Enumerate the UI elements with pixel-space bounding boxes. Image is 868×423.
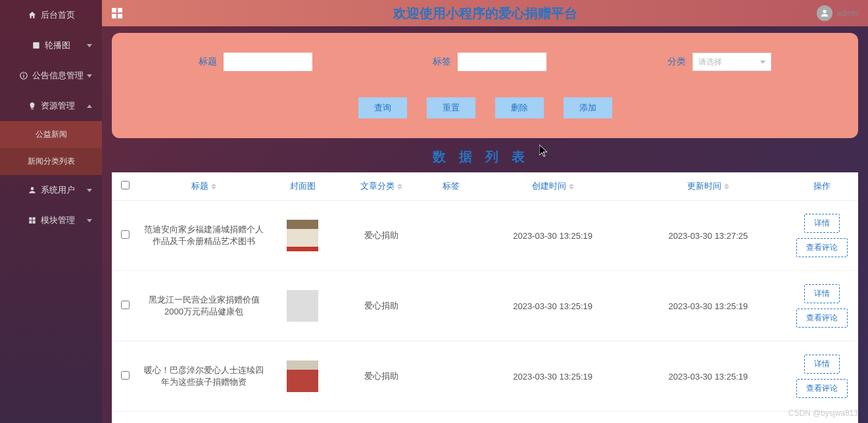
th-category[interactable]: 文章分类 [360, 181, 395, 191]
sidebar-item-users[interactable]: 系统用户 [0, 175, 102, 205]
sidebar-item-label: 资源管理 [41, 100, 75, 112]
cell-category: 爱心捐助 [335, 271, 427, 341]
search-input-title[interactable] [224, 53, 312, 71]
sort-icon[interactable] [397, 184, 402, 189]
sidebar-item-label: 后台首页 [41, 9, 75, 21]
sidebar-item-resource[interactable]: 资源管理 [0, 91, 102, 121]
row-checkbox[interactable] [121, 230, 130, 239]
info-icon [19, 71, 28, 80]
table-row: 黑龙江一民营企业家捐赠价值2000万元药品健康包 爱心捐助 2023-03-30… [112, 271, 858, 341]
topbar: 欢迎使用小程序的爱心捐赠平台 admin [102, 0, 868, 26]
cell-title [138, 412, 270, 424]
sidebar-item-carousel[interactable]: 轮播图 [0, 30, 102, 61]
sidebar-item-notice[interactable]: 公告信息管理 [0, 61, 102, 91]
th-created[interactable]: 创建时间 [532, 181, 566, 191]
th-op: 操作 [813, 181, 831, 191]
table-title: 数据列表 [112, 148, 858, 166]
select-all-checkbox[interactable] [121, 181, 130, 189]
sidebar-subitem-label: 公益新闻 [36, 130, 67, 139]
query-button[interactable]: 查询 [358, 97, 407, 118]
sidebar-item-home[interactable]: 后台首页 [0, 0, 102, 30]
cell-title: 暖心！巴彦淖尔爱心人士连续四年为这些孩子捐赠物资 [138, 341, 270, 412]
username: admin [836, 9, 858, 18]
main-area: 欢迎使用小程序的爱心捐赠平台 admin 标题 标签 分类 请选择 [102, 0, 868, 423]
user-area[interactable]: admin [817, 5, 858, 21]
data-table: 标题 封面图 文章分类 标签 创建时间 更新时间 操作 范迪安向家乡福建浦城捐赠… [112, 172, 858, 423]
table-row: 范迪安向家乡福建浦城捐赠个人作品及千余册精品艺术图书 爱心捐助 2023-03-… [112, 201, 858, 271]
cell-updated: 2023-03-30 13:27:25 [631, 201, 786, 271]
sidebar-item-label: 轮播图 [45, 39, 70, 51]
add-button[interactable]: 添加 [564, 97, 612, 118]
cell-created: 2023-03-30 13:25:19 [475, 201, 631, 271]
search-label-category: 分类 [667, 56, 686, 68]
cell-tag [427, 201, 475, 271]
cell-tag [427, 341, 475, 412]
sort-icon[interactable] [569, 184, 574, 189]
search-label-title: 标题 [199, 56, 217, 68]
cover-thumbnail [287, 290, 318, 322]
sort-icon[interactable] [724, 184, 729, 189]
detail-button[interactable]: 详情 [804, 355, 840, 374]
content: 标题 标签 分类 请选择 查询 重置 删除 添加 数据列表 [102, 26, 868, 423]
sidebar: 后台首页 轮播图 公告信息管理 资源管理 公益新闻 新闻分类列表 系统用户 模块… [0, 0, 102, 423]
search-input-tag[interactable] [458, 53, 546, 71]
search-select-category[interactable]: 请选择 [692, 53, 771, 71]
cell-created: 2023-03-30 13:25:19 [475, 341, 631, 412]
th-updated[interactable]: 更新时间 [687, 181, 721, 191]
cell-category: 爱心捐助 [335, 201, 427, 271]
sort-icon[interactable] [211, 184, 216, 189]
row-checkbox[interactable] [121, 301, 130, 309]
home-icon [28, 11, 37, 20]
page-title: 欢迎使用小程序的爱心捐赠平台 [393, 5, 577, 22]
cell-title: 范迪安向家乡福建浦城捐赠个人作品及千余册精品艺术图书 [138, 201, 270, 271]
svg-point-1 [30, 187, 34, 190]
cover-thumbnail [287, 361, 318, 392]
avatar [817, 5, 832, 21]
cell-title: 黑龙江一民营企业家捐赠价值2000万元药品健康包 [138, 271, 270, 341]
sidebar-item-label: 公告信息管理 [32, 70, 84, 82]
comments-button[interactable]: 查看评论 [796, 309, 848, 328]
th-cover: 封面图 [290, 181, 316, 191]
user-icon [28, 186, 37, 195]
cell-updated: 2023-03-30 13:25:19 [631, 271, 786, 341]
svg-point-2 [823, 10, 827, 13]
sidebar-item-label: 系统用户 [41, 184, 75, 196]
th-title[interactable]: 标题 [191, 181, 208, 191]
cell-updated: 2023-03-30 13:25:19 [631, 341, 786, 412]
grid-icon [28, 216, 37, 225]
sidebar-subitem-news[interactable]: 公益新闻 [0, 121, 102, 148]
detail-button[interactable]: 详情 [804, 284, 840, 303]
cell-category: 爱心捐助 [335, 341, 427, 412]
row-checkbox[interactable] [121, 371, 130, 380]
cover-thumbnail [287, 220, 318, 251]
image-icon [32, 41, 41, 50]
cell-tag [427, 271, 475, 341]
table-row: 共 4 条 10条/页 < 1 > 前往 页 [112, 412, 858, 424]
sidebar-item-module[interactable]: 模块管理 [0, 205, 102, 236]
search-panel: 标题 标签 分类 请选择 查询 重置 删除 添加 [112, 33, 858, 138]
search-label-tag: 标签 [433, 56, 451, 68]
comments-button[interactable]: 查看评论 [796, 379, 848, 398]
sidebar-subitem-category[interactable]: 新闻分类列表 [0, 148, 102, 175]
table-row: 暖心！巴彦淖尔爱心人士连续四年为这些孩子捐赠物资 爱心捐助 2023-03-30… [112, 341, 858, 412]
sidebar-item-label: 模块管理 [41, 214, 75, 226]
menu-toggle-button[interactable] [112, 8, 122, 18]
comments-button[interactable]: 查看评论 [796, 238, 848, 257]
detail-button[interactable]: 详情 [804, 214, 840, 233]
delete-button[interactable]: 删除 [495, 97, 544, 118]
watermark: CSDN @bysjwa813 [788, 409, 858, 418]
bulb-icon [28, 101, 37, 111]
reset-button[interactable]: 重置 [427, 97, 475, 118]
cell-created: 2023-03-30 13:25:19 [475, 271, 631, 341]
sidebar-subitem-label: 新闻分类列表 [28, 157, 75, 166]
th-tag: 标签 [443, 181, 460, 191]
